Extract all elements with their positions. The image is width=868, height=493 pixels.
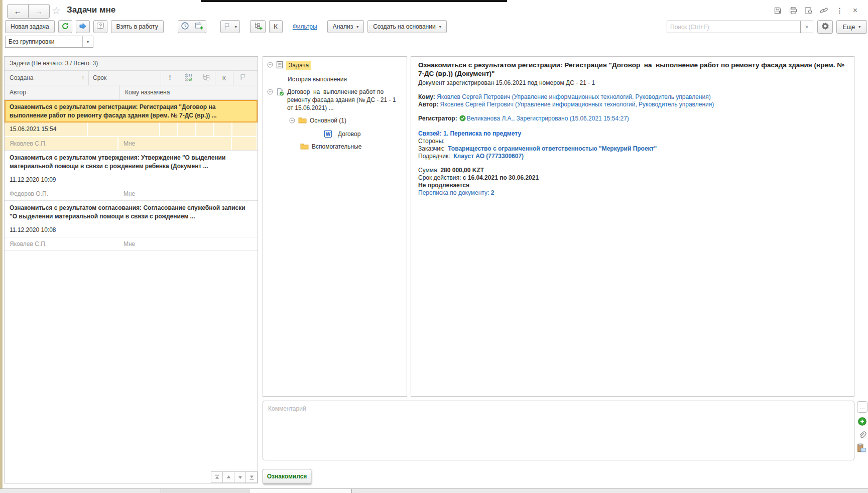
task-row[interactable]: Ознакомиться с результатом утверждения: …	[5, 151, 258, 201]
sort-asc-icon: ↑	[81, 74, 84, 81]
task-row[interactable]: Ознакомиться с результатом регистрации: …	[5, 100, 258, 151]
more-dots-icon[interactable]: ⋮	[835, 6, 844, 15]
customer-link[interactable]: Товарищество с ограниченной ответственно…	[448, 145, 657, 152]
folder-icon	[300, 143, 309, 152]
column-flag[interactable]	[233, 71, 258, 85]
tree-item-history[interactable]: История выполнения	[288, 75, 407, 83]
flag-dropdown-button[interactable]: ▾	[220, 20, 240, 33]
author-line: Автор: Яковлев Сергей Петрович (Управлен…	[418, 101, 847, 108]
back-button[interactable]: ←	[7, 4, 29, 19]
go-down-button[interactable]	[234, 471, 245, 483]
go-up-button[interactable]	[222, 471, 234, 483]
task-created: 15.06.2021 15:54	[5, 122, 88, 136]
registrar-line: Регистратор:Великанова Л.А., Зарегистрир…	[418, 115, 847, 124]
calendar-add-icon	[195, 22, 203, 32]
paste-icon[interactable]	[857, 443, 866, 452]
to-person-link[interactable]: Яковлев Сергей Петрович (Управление инфо…	[437, 93, 711, 100]
task-assignee: Мне	[118, 187, 232, 200]
column-k[interactable]: К	[215, 71, 233, 85]
k-button[interactable]: К	[269, 20, 283, 33]
column-state[interactable]	[179, 71, 197, 85]
correspondence-line: Переписка по документу: 2	[418, 189, 847, 197]
go-first-button[interactable]	[211, 471, 222, 483]
take-to-work-button[interactable]: Взять в работу	[111, 20, 164, 33]
collapse-icon[interactable]	[267, 62, 273, 70]
caret-down-icon: ▾	[858, 25, 860, 29]
task-due	[88, 122, 160, 136]
validity-line: Срок действия: с 16.04.2021 по 30.06.202…	[418, 174, 847, 182]
more-button[interactable]: Еще▾	[836, 20, 867, 34]
taskbar-segment	[161, 489, 251, 493]
list-nav-buttons	[211, 471, 258, 483]
comment-box	[263, 401, 854, 460]
search-clear-button[interactable]: ×	[800, 21, 813, 33]
grouping-select[interactable]: Без группировки ▾	[5, 36, 93, 48]
add-icon[interactable]	[857, 417, 866, 426]
create-based-on-button[interactable]: Создать на основании▾	[367, 20, 447, 33]
links-line[interactable]: Связей: 1. Переписка по предмету	[418, 130, 847, 138]
new-task-button[interactable]: Новая задача	[5, 20, 55, 33]
tree-item-aux-folder[interactable]: Вспомогательные	[300, 143, 407, 152]
tree-item-label: Вспомогательные	[312, 143, 361, 151]
registrar-link[interactable]: Великанова Л.А., Зарегистрировано (15.06…	[467, 115, 629, 122]
help-button[interactable]	[93, 20, 107, 33]
comment-input[interactable]	[263, 401, 854, 460]
save-icon[interactable]	[773, 6, 782, 15]
tree-item-main-folder[interactable]: Основной (1)	[289, 116, 407, 126]
forward-task-button[interactable]	[76, 20, 90, 33]
correspondence-link[interactable]: Переписка по документу:	[418, 189, 489, 196]
search-input[interactable]	[667, 21, 800, 33]
not-prolonged-line: Не продлевается	[418, 182, 847, 189]
acknowledged-button[interactable]: Ознакомился	[263, 469, 311, 484]
contractor-line: Подрядчик: Клауст АО (7773300607)	[418, 153, 847, 160]
attach-icon[interactable]	[857, 430, 866, 439]
tree-add-button[interactable]	[250, 20, 266, 33]
tree-item-label: Основной (1)	[310, 116, 346, 125]
close-icon[interactable]: ×	[851, 6, 859, 15]
forward-button[interactable]: →	[29, 4, 50, 19]
gear-icon	[821, 22, 830, 32]
filters-link[interactable]: Фильтры	[293, 23, 317, 30]
preview-icon[interactable]	[804, 6, 813, 15]
correspondence-count[interactable]: 2	[491, 189, 494, 196]
column-due[interactable]: Срок	[89, 71, 161, 85]
column-importance[interactable]: !	[161, 71, 179, 85]
column-assignee[interactable]: Кому назначена	[120, 85, 258, 99]
tree-item-contract-file[interactable]: W Договор	[324, 130, 407, 138]
task-dates-row: 15.06.2021 15:54	[5, 122, 258, 137]
column-created[interactable]: Создана↑	[5, 71, 89, 85]
tree-item-task[interactable]: Задача	[267, 61, 407, 71]
combo-caret-button[interactable]: ▾	[82, 36, 93, 47]
tree-item-label: Задача	[286, 61, 311, 70]
blue-arrow-icon	[79, 22, 87, 32]
task-dates-row: 11.12.2020 10:09	[5, 173, 258, 187]
amount-line: Сумма: 280 000,00 KZT	[418, 167, 847, 174]
settings-button[interactable]	[817, 20, 833, 34]
task-tree-panel: Задача История выполнения Договор на вып…	[263, 56, 407, 397]
tree-item-label: Договор на выполнение работ по ремонту ф…	[287, 88, 402, 112]
print-icon[interactable]	[789, 6, 797, 15]
author-person-link[interactable]: Яковлев Сергей Петрович (Управление инфо…	[440, 101, 714, 108]
column-author[interactable]: Автор	[5, 85, 120, 99]
window-top-strip	[201, 0, 507, 2]
document-icon	[276, 61, 283, 71]
analysis-button[interactable]: Анализ▾	[327, 20, 364, 33]
favorite-star-icon[interactable]: ☆	[52, 5, 61, 17]
collapse-icon[interactable]	[289, 117, 295, 126]
collapse-icon[interactable]	[267, 89, 273, 97]
go-last-button[interactable]	[245, 471, 258, 483]
tree-item-contract-doc[interactable]: Договор на выполнение работ по ремонту ф…	[267, 88, 407, 112]
forward-arrow-icon: →	[35, 7, 43, 16]
flag-icon	[239, 73, 247, 82]
task-row[interactable]: Ознакомиться с результатом согласования:…	[5, 201, 258, 251]
toolbar: Новая задача Взять в работу ▾ К Фильтры …	[5, 20, 447, 33]
task-details-panel: Ознакомиться с результатом регистрации: …	[411, 56, 854, 397]
contractor-link[interactable]: Клауст АО (7773300607)	[453, 153, 524, 160]
help-icon	[96, 22, 104, 31]
column-process[interactable]	[197, 71, 215, 85]
comment-expand-button[interactable]: …	[857, 401, 867, 413]
link-icon[interactable]	[820, 6, 828, 15]
tree-icon	[202, 74, 210, 82]
refresh-button[interactable]	[58, 20, 72, 33]
duration-group-button[interactable]	[178, 20, 206, 33]
